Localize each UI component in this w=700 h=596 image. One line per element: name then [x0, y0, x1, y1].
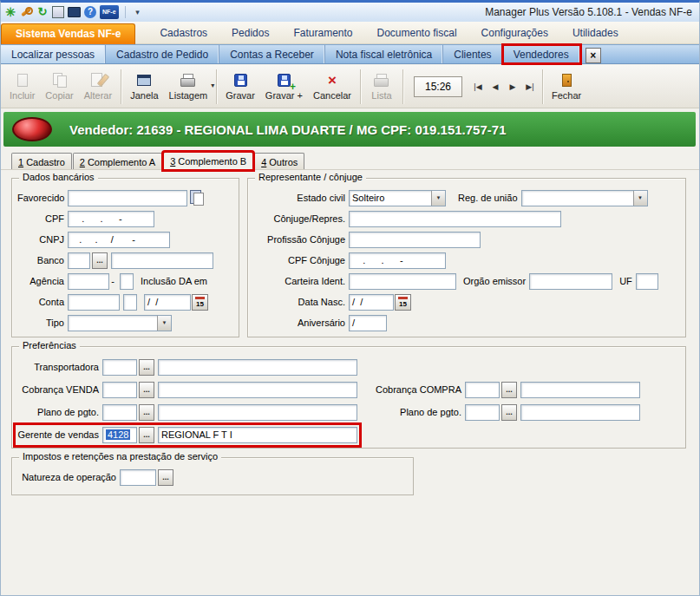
- nfe-logo-icon[interactable]: NF-e: [100, 5, 119, 19]
- chevron-down-icon[interactable]: ▼: [633, 191, 647, 206]
- incluir-button[interactable]: Incluir: [4, 68, 40, 106]
- wtab-localizar-pessoas[interactable]: Localizar pessoas: [1, 45, 106, 63]
- lista-button[interactable]: Lista: [364, 68, 399, 106]
- uf-label: UF: [619, 276, 636, 286]
- cobranca-venda-code-field[interactable]: [102, 382, 137, 398]
- plano-pgto2-code-field[interactable]: [465, 404, 500, 421]
- cancelar-button[interactable]: × Cancelar: [308, 68, 357, 106]
- data-nasc-field[interactable]: / /: [349, 294, 394, 311]
- reg-uniao-dropdown[interactable]: ▼: [521, 190, 648, 206]
- help-icon[interactable]: ?: [84, 6, 96, 18]
- estado-civil-dropdown[interactable]: Solteiro ▼: [349, 190, 446, 206]
- transportadora-lookup-button[interactable]: ...: [139, 359, 154, 376]
- copiar-button[interactable]: Copiar: [40, 68, 78, 106]
- calculator-icon[interactable]: [52, 6, 64, 18]
- fechar-button[interactable]: Fechar: [546, 68, 586, 106]
- cpf-field[interactable]: . . -: [68, 211, 154, 227]
- menu-utilidades[interactable]: Utilidades: [572, 27, 618, 39]
- banco-code-field[interactable]: [68, 252, 90, 269]
- cpf-label: CPF: [17, 213, 68, 224]
- tab-complemento-a[interactable]: 2Complemento A: [73, 153, 162, 170]
- cobranca-compra-code-field[interactable]: [465, 382, 500, 398]
- nav-first-button[interactable]: |◀: [469, 77, 487, 96]
- monitor-icon[interactable]: [68, 7, 81, 17]
- natureza-operacao-label: Natureza de operação: [17, 472, 120, 482]
- gerente-vendas-lookup-button[interactable]: ...: [139, 427, 154, 443]
- profissao-label: Profissão Cônjuge: [253, 234, 349, 245]
- orgao-emissor-label: Orgão emissor: [463, 276, 529, 286]
- cobranca-compra-lookup-button[interactable]: ...: [501, 382, 517, 398]
- plano-pgto-name-field[interactable]: [158, 404, 357, 421]
- paste-clipboard-icon[interactable]: [190, 190, 205, 206]
- profissao-row: Profissão Cônjuge: [248, 229, 685, 250]
- gravar-button[interactable]: Gravar: [220, 68, 260, 106]
- wtab-cadastro-de-pedido[interactable]: Cadastro de Pedido: [106, 45, 219, 63]
- cpf-conjuge-field[interactable]: . . -: [349, 252, 446, 269]
- alterar-button[interactable]: Alterar: [79, 68, 117, 106]
- menu-pedidos[interactable]: Pedidos: [232, 27, 269, 39]
- conta-field[interactable]: [68, 294, 120, 311]
- janela-button[interactable]: Janela: [125, 68, 163, 106]
- conjuge-field[interactable]: [349, 211, 561, 227]
- plano-pgto2-name-field[interactable]: [520, 404, 640, 421]
- nav-next-button[interactable]: ▶: [504, 77, 521, 96]
- favorecido-field[interactable]: [68, 190, 187, 206]
- close-tab-button[interactable]: ×: [586, 48, 601, 63]
- plano-pgto-lookup-button[interactable]: ...: [139, 404, 154, 421]
- calendar-button[interactable]: 15: [192, 294, 208, 311]
- agencia-digit-field[interactable]: [120, 273, 134, 290]
- wtab-nota-fiscal-eletronica[interactable]: Nota fiscal eletrônica: [325, 45, 443, 63]
- orgao-emissor-field[interactable]: [529, 273, 612, 290]
- plano-pgto-code-field[interactable]: [102, 404, 137, 421]
- menu-documento-fiscal[interactable]: Documento fiscal: [377, 27, 457, 39]
- menu-configuracoes[interactable]: Configurações: [481, 27, 548, 39]
- system-tab-sistema-vendas[interactable]: Sistema Vendas NF-e: [1, 23, 135, 44]
- wtab-vendedores[interactable]: Vendedores: [503, 45, 580, 63]
- refresh-icon[interactable]: ↻: [36, 5, 49, 19]
- transportadora-name-field[interactable]: [158, 359, 357, 376]
- window-title: Manager Plus Versão 5.108.1 - Vendas NF-…: [485, 6, 692, 18]
- carteira-field[interactable]: [349, 273, 456, 290]
- inclusao-da-date-field[interactable]: / /: [144, 294, 191, 311]
- banco-name-field[interactable]: [111, 252, 213, 269]
- agencia-field[interactable]: [68, 273, 109, 290]
- uf-field[interactable]: [636, 273, 658, 290]
- transportadora-code-field[interactable]: [102, 359, 137, 376]
- cobranca-compra-name-field[interactable]: [520, 382, 640, 398]
- chevron-down-icon[interactable]: ▾: [211, 82, 214, 89]
- app-logo-icon[interactable]: ✳: [4, 5, 16, 19]
- nav-prev-button[interactable]: ◀: [487, 77, 504, 96]
- wtab-clientes[interactable]: Clientes: [443, 45, 502, 63]
- cnpj-field[interactable]: . . / -: [68, 232, 170, 248]
- gerente-vendas-code-field[interactable]: 4128: [102, 427, 137, 443]
- wrench-tools-icon[interactable]: [20, 5, 33, 19]
- natureza-operacao-lookup-button[interactable]: ...: [158, 469, 173, 486]
- tab-complemento-b[interactable]: 3Complemento B: [163, 152, 253, 170]
- tab-cadastro[interactable]: 1Cadastro: [11, 153, 72, 170]
- cobranca-venda-lookup-button[interactable]: ...: [139, 382, 154, 398]
- menu-cadastros[interactable]: Cadastros: [160, 27, 207, 39]
- menu-faturamento[interactable]: Faturamento: [293, 27, 352, 39]
- gravar-mais-button[interactable]: + Gravar +: [260, 68, 308, 106]
- banco-lookup-button[interactable]: ...: [92, 252, 108, 269]
- toolbar-separator: [216, 69, 217, 104]
- profissao-field[interactable]: [349, 232, 481, 248]
- conta-digit-field[interactable]: [123, 294, 137, 311]
- nav-last-button[interactable]: ▶|: [521, 77, 539, 96]
- listagem-button[interactable]: Listagem ▾: [164, 68, 213, 106]
- plano-pgto2-lookup-button[interactable]: ...: [501, 404, 517, 421]
- calendar-button[interactable]: 15: [395, 294, 411, 311]
- cobranca-venda-name-field[interactable]: [158, 382, 357, 398]
- chevron-down-icon[interactable]: ▼: [431, 191, 445, 206]
- aniversario-field[interactable]: /: [349, 315, 387, 331]
- group-dados-bancarios: Dados bancários Favorecido CPF . . - CNP…: [11, 178, 239, 337]
- chevron-down-icon[interactable]: ▼: [157, 316, 171, 331]
- gravar-mais-label: Gravar +: [265, 90, 303, 101]
- tab-outros[interactable]: 4Outros: [254, 153, 304, 170]
- wtab-contas-a-receber[interactable]: Contas a Receber: [219, 45, 325, 63]
- tipo-dropdown[interactable]: ▼: [68, 315, 172, 331]
- cpf-conjuge-row: CPF Cônjuge . . -: [248, 250, 685, 271]
- chevron-down-icon[interactable]: ▾: [132, 5, 144, 19]
- gerente-vendas-name-field[interactable]: REGIONAL F T I: [158, 427, 357, 443]
- natureza-operacao-field[interactable]: [120, 469, 156, 486]
